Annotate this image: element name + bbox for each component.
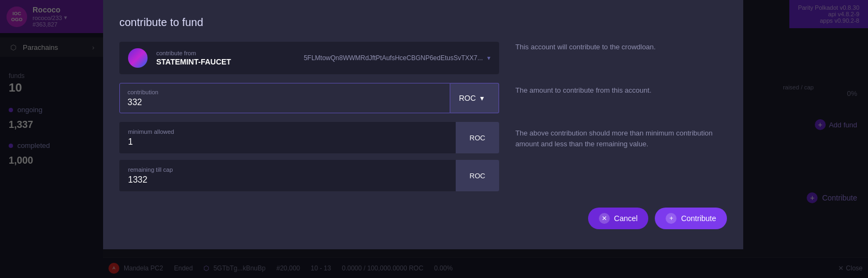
contribute-from-label: contribute from bbox=[156, 50, 295, 56]
account-avatar bbox=[128, 48, 148, 68]
account-address: 5FLMtowQn8WWMRdJftPtAufsHceCBGNP6edEtusS… bbox=[304, 54, 483, 62]
modal-form: contribute from STATEMINT-FAUCET 5FLMtow… bbox=[119, 42, 499, 191]
modal-body: contribute from STATEMINT-FAUCET 5FLMtow… bbox=[119, 42, 727, 191]
contribute-from-row: contribute from STATEMINT-FAUCET 5FLMtow… bbox=[119, 42, 499, 74]
cancel-icon: ✕ bbox=[599, 213, 610, 224]
contribution-input-row: contribution ROC ▾ bbox=[119, 83, 499, 113]
cancel-button[interactable]: ✕ Cancel bbox=[588, 208, 649, 229]
account-name: STATEMINT-FAUCET bbox=[156, 57, 295, 66]
help-from-text: This account will contribute to the crow… bbox=[515, 42, 727, 53]
remaining-value: 1332 bbox=[128, 175, 447, 185]
minimum-allowed-row: minimum allowed 1 ROC bbox=[119, 122, 499, 153]
contribution-input[interactable] bbox=[127, 98, 442, 107]
minimum-token: ROC bbox=[456, 122, 499, 153]
help-from-section: This account will contribute to the crow… bbox=[515, 42, 727, 53]
contribute-modal: contribute to fund contribute from STATE… bbox=[103, 0, 743, 249]
account-dropdown-arrow[interactable]: ▾ bbox=[487, 54, 490, 62]
modal-footer: ✕ Cancel + Contribute bbox=[119, 197, 727, 229]
help-constraint-section: The above contribution should more than … bbox=[515, 128, 727, 149]
remaining-content: remaining till cap 1332 bbox=[119, 160, 456, 191]
modal-title: contribute to fund bbox=[119, 16, 727, 29]
minimum-allowed-content: minimum allowed 1 bbox=[119, 122, 456, 153]
contribute-button[interactable]: + Contribute bbox=[655, 208, 727, 229]
contribution-input-wrap: contribution bbox=[119, 83, 450, 113]
token-select[interactable]: ROC ▾ bbox=[450, 83, 499, 113]
help-constraint-text: The above contribution should more than … bbox=[515, 128, 727, 149]
remaining-token: ROC bbox=[456, 160, 499, 191]
remaining-label: remaining till cap bbox=[128, 166, 447, 173]
modal-help: This account will contribute to the crow… bbox=[515, 42, 727, 191]
contribute-plus-icon: + bbox=[666, 213, 676, 224]
token-dropdown-arrow: ▾ bbox=[480, 94, 484, 102]
modal-overlay: contribute to fund contribute from STATE… bbox=[0, 0, 868, 278]
remaining-till-cap-row: remaining till cap 1332 ROC bbox=[119, 160, 499, 191]
help-amount-section: The amount to contribute from this accou… bbox=[515, 85, 727, 96]
help-amount-text: The amount to contribute from this accou… bbox=[515, 85, 727, 96]
account-address-row: 5FLMtowQn8WWMRdJftPtAufsHceCBGNP6edEtusS… bbox=[304, 54, 490, 62]
minimum-allowed-label: minimum allowed bbox=[128, 128, 447, 135]
account-info: contribute from STATEMINT-FAUCET bbox=[156, 50, 295, 66]
minimum-allowed-value: 1 bbox=[128, 137, 447, 147]
contribution-label: contribution bbox=[127, 89, 442, 95]
